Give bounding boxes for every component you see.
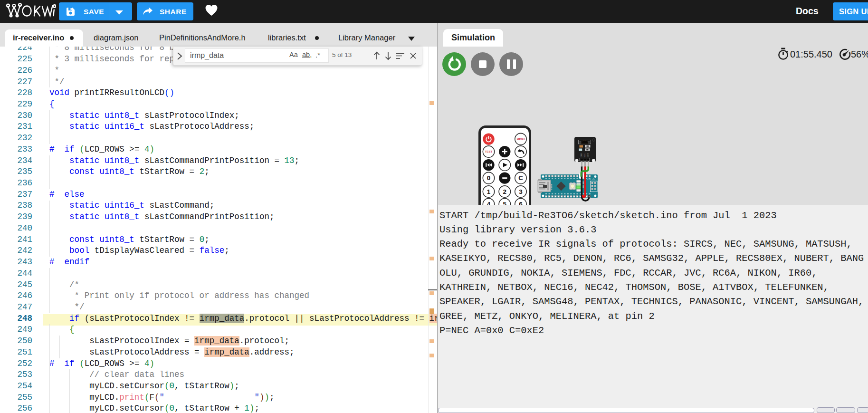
svg-text:TEST: TEST xyxy=(485,150,493,153)
svg-text:4: 4 xyxy=(487,201,491,205)
svg-text:2: 2 xyxy=(503,188,507,195)
svg-text:0: 0 xyxy=(487,174,491,182)
svg-text:3: 3 xyxy=(519,188,523,195)
svg-text:ula tls: ula tls xyxy=(587,178,596,180)
svg-text:C: C xyxy=(518,174,523,182)
svg-text:1: 1 xyxy=(487,188,491,195)
svg-text:5: 5 xyxy=(503,201,507,205)
svg-text:GND: GND xyxy=(580,153,582,157)
svg-text:OUT: OUT xyxy=(587,153,589,157)
svg-text:VCC: VCC xyxy=(583,153,586,157)
svg-text:6: 6 xyxy=(519,201,523,205)
svg-text:MENU: MENU xyxy=(517,138,525,141)
